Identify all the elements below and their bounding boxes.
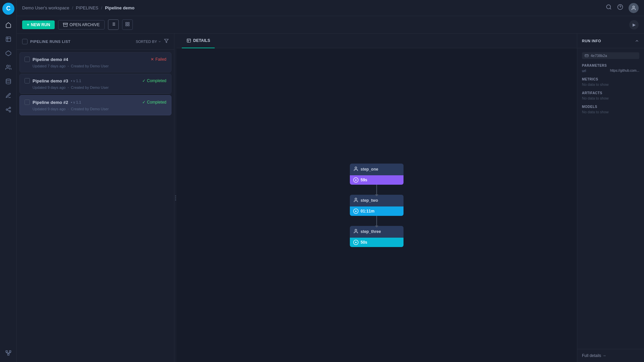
archive-icon	[63, 22, 68, 27]
svg-point-3	[6, 65, 8, 67]
node-step-two-duration: 01:11m	[361, 209, 374, 214]
canvas-area: step_one ● 59s	[176, 48, 577, 362]
left-navigation: C	[0, 0, 17, 362]
video-button[interactable]: ▶	[629, 20, 639, 29]
node-step-three-check: ●	[353, 240, 359, 245]
pipeline-canvas: DETAILS step_one ●	[176, 34, 577, 362]
top-bar-right	[606, 3, 639, 13]
nav-data[interactable]	[2, 75, 15, 88]
main-container: Demo User's workspace / PIPELINES / Pipe…	[17, 0, 644, 362]
run-4-checkbox[interactable]	[24, 57, 30, 62]
nav-workflows[interactable]	[2, 103, 15, 116]
node-step-two-check: ●	[353, 208, 359, 214]
collapse-icon[interactable]	[635, 39, 639, 43]
svg-point-31	[355, 229, 357, 231]
run-info-header: RUN INFO	[577, 34, 644, 48]
models-empty: No data to show	[582, 110, 639, 114]
run-item-2[interactable]: Pipeline demo #2 • v 1.1 ✓ Completed Upd…	[19, 95, 171, 115]
run-item-3-top: Pipeline demo #3 • v 1.1 ✓ Completed	[24, 78, 166, 83]
parameters-label: PARAMETERS	[582, 64, 639, 67]
nav-pipelines[interactable]	[2, 61, 15, 74]
run-info-title: RUN INFO	[582, 39, 601, 43]
nav-integrations[interactable]	[2, 347, 15, 359]
metrics-label: METRICS	[582, 77, 639, 81]
node-step-two-bar: ● 01:11m	[350, 206, 404, 216]
run-3-checkbox[interactable]	[24, 78, 30, 83]
pipeline-flow: step_one ● 59s	[350, 164, 404, 247]
node-step-one-bar: ● 59s	[350, 175, 404, 185]
filter-icon[interactable]	[164, 39, 169, 44]
svg-point-5	[9, 107, 11, 109]
sorted-by-button[interactable]: SORTED BY	[136, 40, 161, 44]
user-avatar[interactable]	[629, 3, 639, 13]
run-item-4[interactable]: Pipeline demo #4 ✕ Failed Updated 7 days…	[19, 52, 171, 72]
node-step-one-icon	[353, 166, 359, 173]
grid-view-button[interactable]	[122, 19, 133, 30]
svg-rect-26	[128, 24, 129, 26]
details-tab[interactable]: DETAILS	[182, 34, 215, 48]
svg-point-13	[606, 5, 610, 9]
run-item-2-left: Pipeline demo #2 • v 1.1	[24, 100, 81, 105]
parameters-section: PARAMETERS url https://github.com...	[582, 64, 639, 73]
run-3-name: Pipeline demo #3	[33, 78, 68, 83]
breadcrumb-current: Pipeline demo	[105, 5, 135, 10]
svg-marker-2	[6, 51, 11, 56]
nav-home[interactable]	[2, 19, 15, 32]
parameters-url-key: url	[582, 69, 586, 73]
open-archive-button[interactable]: OPEN ARCHIVE	[58, 20, 105, 29]
node-step-one[interactable]: step_one ● 59s	[350, 164, 404, 185]
nav-experiments[interactable]	[2, 33, 15, 46]
node-step-three-bar: ● 50s	[350, 238, 404, 247]
run-info-body: 4e738b2a PARAMETERS url https://github.c…	[577, 48, 644, 118]
run-3-version: • v 1.1	[71, 79, 81, 83]
top-bar: Demo User's workspace / PIPELINES / Pipe…	[17, 0, 644, 16]
svg-line-9	[7, 108, 9, 109]
details-tab-icon	[186, 38, 191, 43]
new-run-button[interactable]: + NEW RUN	[22, 20, 55, 29]
svg-line-8	[7, 110, 9, 111]
full-details-link[interactable]: Full details →	[577, 349, 644, 362]
run-2-meta: Updated 9 days ago • Created by Demo Use…	[24, 107, 166, 111]
toolbar-left: + NEW RUN OPEN ARCHIVE	[22, 19, 133, 30]
node-step-two[interactable]: step_two ● 01:11m	[350, 195, 404, 216]
runs-list: Pipeline demo #4 ✕ Failed Updated 7 days…	[17, 50, 174, 362]
search-icon[interactable]	[606, 4, 612, 12]
node-step-two-name: step_two	[361, 198, 378, 203]
nav-models[interactable]	[2, 47, 15, 60]
run-item-2-top: Pipeline demo #2 • v 1.1 ✓ Completed	[24, 100, 166, 105]
breadcrumb-section[interactable]: PIPELINES	[76, 5, 98, 10]
help-icon[interactable]	[617, 4, 623, 12]
runs-header: PIPELINE RUNS LIST SORTED BY	[17, 34, 174, 50]
svg-point-7	[9, 111, 11, 112]
run-3-status: ✓ Completed	[142, 78, 166, 83]
select-all-checkbox[interactable]	[22, 39, 28, 44]
breadcrumb-sep1: /	[72, 5, 73, 10]
app-logo[interactable]: C	[2, 3, 14, 15]
svg-rect-25	[126, 24, 127, 26]
run-4-meta: Updated 7 days ago • Created by Demo Use…	[24, 64, 166, 68]
node-step-one-duration: 59s	[361, 178, 367, 182]
svg-point-4	[6, 79, 11, 81]
id-icon	[585, 54, 589, 58]
runs-panel: PIPELINE RUNS LIST SORTED BY	[17, 34, 174, 362]
run-2-name: Pipeline demo #2	[33, 100, 68, 105]
breadcrumb-workspace[interactable]: Demo User's workspace	[22, 5, 69, 10]
run-item-4-top: Pipeline demo #4 ✕ Failed	[24, 57, 166, 62]
svg-marker-27	[164, 39, 168, 43]
node-step-two-header: step_two	[350, 195, 404, 206]
list-icon	[111, 22, 116, 26]
connector-1-2	[376, 185, 377, 195]
run-2-status: ✓ Completed	[142, 100, 166, 105]
node-step-three[interactable]: step_three ● 50s	[350, 226, 404, 247]
parameters-url-row: url https://github.com...	[582, 69, 639, 73]
run-2-checkbox[interactable]	[24, 100, 30, 105]
list-view-button[interactable]	[108, 19, 119, 30]
runs-header-title: PIPELINE RUNS LIST	[30, 40, 70, 44]
run-item-3[interactable]: Pipeline demo #3 • v 1.1 ✓ Completed Upd…	[19, 74, 171, 94]
grid-icon	[125, 22, 130, 26]
artifacts-empty: No data to show	[582, 96, 639, 100]
nav-settings[interactable]	[2, 89, 15, 102]
chevron-down-icon	[158, 40, 161, 43]
svg-rect-23	[126, 22, 127, 24]
node-step-two-icon	[353, 197, 359, 204]
